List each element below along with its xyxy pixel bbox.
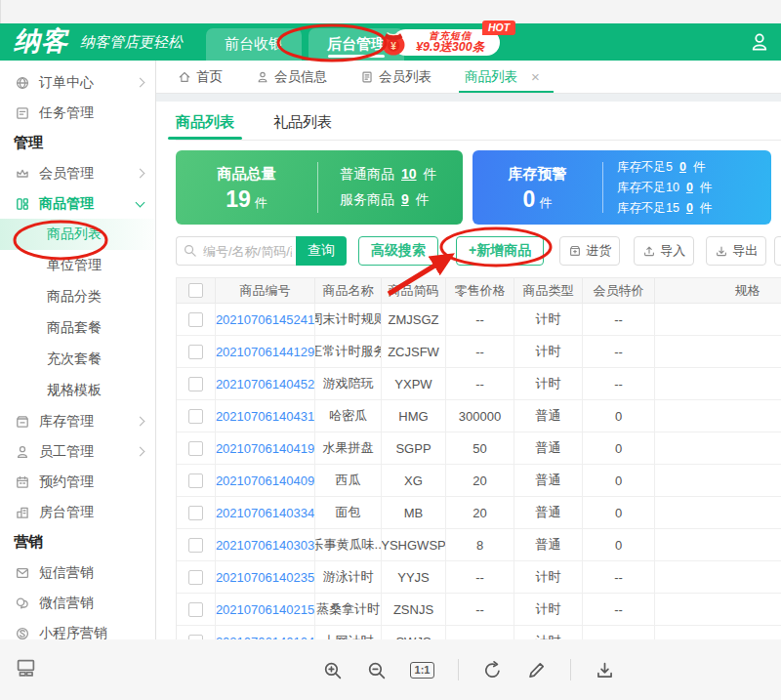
goods-shortcode-cell: SGPP: [382, 432, 446, 465]
sidebar-item-goods-packages[interactable]: 商品套餐: [0, 312, 155, 344]
normal-goods-count-link[interactable]: 10: [401, 166, 417, 182]
row-checkbox[interactable]: [188, 345, 203, 359]
app-tagline: 纳客管店更轻松: [80, 33, 183, 52]
count-unit: 件: [539, 195, 552, 210]
person-icon: [15, 444, 30, 460]
spec-cell: [655, 561, 781, 594]
goods-price-cell: 300000: [446, 400, 514, 432]
sidebar-item-sms-marketing[interactable]: 短信营销: [0, 557, 155, 588]
sidebar-item-spec-templates[interactable]: 规格模板: [0, 375, 155, 406]
advanced-search-button[interactable]: 高级搜索: [358, 236, 438, 266]
content-panel: 商品列表 礼品列表 商品总量 19件 普通商品10件 服: [156, 102, 781, 639]
tab-member-info[interactable]: 会员信息: [256, 61, 327, 93]
tab-label: 商品列表: [465, 68, 517, 86]
zoom-out-icon[interactable]: [366, 660, 387, 680]
stock-below-10-count-link[interactable]: 0: [686, 181, 693, 194]
goods-shortcode-cell: ZSNJS: [382, 594, 446, 626]
service-goods-count-link[interactable]: 9: [401, 191, 409, 207]
chevron-down-icon: [136, 197, 145, 207]
row-checkbox[interactable]: [188, 474, 203, 488]
goods-code-link[interactable]: 20210706140452: [216, 377, 314, 391]
goods-code-link[interactable]: 20210706140431: [216, 409, 314, 424]
annotate-pencil-icon[interactable]: [526, 660, 547, 680]
chevron-right-icon: [136, 78, 145, 88]
col-header-name: 商品名称: [315, 278, 382, 304]
row-checkbox[interactable]: [188, 377, 203, 391]
virtual-screen-icon[interactable]: [16, 657, 36, 678]
sidebar-item-inventory[interactable]: 库存管理: [0, 406, 155, 436]
goods-type-cell: 普通: [514, 432, 583, 465]
search-button[interactable]: 查询: [296, 236, 347, 266]
sidebar-item-reservations[interactable]: 预约管理: [0, 467, 155, 497]
sidebar-item-categories[interactable]: 商品分类: [0, 281, 155, 312]
tab-member-list[interactable]: 会员列表: [360, 61, 432, 93]
import-button[interactable]: 导入: [634, 236, 694, 266]
goods-code-link[interactable]: 20210706144129: [216, 345, 314, 359]
sidebar-item-wechat-marketing[interactable]: 微信营销: [0, 588, 155, 618]
sidebar-section-management: 管理: [0, 128, 155, 158]
edit-columns-button[interactable]: [774, 236, 781, 266]
row-checkbox[interactable]: [188, 312, 203, 327]
sidebar-item-goods-list[interactable]: 商品列表: [0, 219, 155, 250]
row-select-cell: [177, 626, 216, 639]
app-window: 纳客 纳客管店更轻松 前台收银 后台管理 ¥ 首充短信 ¥9.9送300条 HO…: [0, 23, 781, 639]
sidebar-item-tasks[interactable]: 任务管理: [0, 98, 155, 128]
spec-cell: [655, 626, 781, 639]
goods-code-link[interactable]: 20210706140303: [216, 538, 314, 553]
select-all-checkbox[interactable]: [188, 283, 203, 298]
goods-type-cell: 普通: [514, 400, 583, 432]
goods-code-link[interactable]: 20210706140235: [216, 570, 314, 585]
add-goods-button[interactable]: +新增商品: [456, 236, 544, 266]
row-checkbox[interactable]: [188, 570, 203, 585]
save-download-icon[interactable]: [595, 660, 615, 680]
zoom-in-icon[interactable]: [322, 660, 343, 680]
sms-promo-banner[interactable]: ¥ 首充短信 ¥9.9送300条 HOT: [392, 29, 500, 56]
table-row: 20210706140452 游戏陪玩 YXPW -- 计时 --: [177, 368, 781, 400]
sidebar-item-units[interactable]: 单位管理: [0, 250, 155, 281]
close-icon[interactable]: ×: [531, 69, 540, 84]
goods-code-link[interactable]: 20210706140419: [216, 441, 314, 456]
goods-name-cell: 西瓜: [315, 465, 382, 497]
user-account-icon[interactable]: [749, 31, 770, 53]
row-checkbox[interactable]: [188, 409, 203, 424]
goods-code-link[interactable]: 20210706140215: [216, 602, 314, 617]
row-checkbox[interactable]: [188, 538, 203, 553]
member-price-cell: 0: [583, 432, 655, 465]
purchase-button[interactable]: 进货: [559, 236, 620, 266]
goods-code-link[interactable]: 20210706145241: [216, 312, 314, 327]
export-button[interactable]: 导出: [706, 236, 766, 266]
sidebar-item-members[interactable]: 会员管理: [0, 158, 155, 188]
nav-front-cashier-button[interactable]: 前台收银: [206, 28, 302, 61]
tab-goods-list[interactable]: 商品列表 ×: [465, 61, 540, 93]
row-checkbox[interactable]: [188, 506, 203, 520]
sidebar-item-orders[interactable]: 订单中心: [0, 67, 155, 98]
goods-code-link[interactable]: 20210706140409: [216, 474, 314, 488]
search-icon: [183, 243, 197, 258]
rotate-icon[interactable]: [482, 660, 503, 680]
actual-size-button[interactable]: 1:1: [410, 662, 435, 679]
spec-cell: [655, 529, 781, 561]
sidebar-item-rooms[interactable]: 房台管理: [0, 497, 155, 527]
row-select-cell: [177, 529, 216, 561]
row-checkbox[interactable]: [188, 602, 203, 617]
hot-badge: HOT: [482, 21, 515, 35]
chevron-right-icon: [136, 169, 145, 179]
goods-price-cell: --: [446, 626, 514, 639]
table-row: 20210706140409 西瓜 XG 20 普通 0: [177, 465, 781, 497]
normal-goods-stat: 普通商品10件: [340, 166, 463, 184]
table-row: 20210706144129 正常计时服务 ZCJSFW -- 计时 --: [177, 336, 781, 368]
sidebar-item-staff[interactable]: 员工管理: [0, 436, 155, 467]
sidebar-item-miniprogram-marketing[interactable]: 小程序营销: [0, 618, 155, 639]
sidebar-item-recharge-packages[interactable]: 充次套餐: [0, 344, 155, 375]
stock-below-5-count-link[interactable]: 0: [679, 160, 686, 174]
spec-cell: [655, 594, 781, 626]
goods-price-cell: 50: [446, 432, 514, 465]
goods-name-cell: 正常计时服务: [315, 336, 382, 368]
row-checkbox[interactable]: [188, 441, 203, 456]
subtab-goods-list[interactable]: 商品列表: [176, 109, 234, 140]
tab-home[interactable]: 首页: [178, 61, 223, 93]
stock-below-15-count-link[interactable]: 0: [686, 201, 693, 215]
subtab-gift-list[interactable]: 礼品列表: [273, 109, 332, 140]
sidebar-item-goods[interactable]: 商品管理: [0, 188, 155, 219]
goods-code-link[interactable]: 20210706140334: [216, 506, 314, 520]
